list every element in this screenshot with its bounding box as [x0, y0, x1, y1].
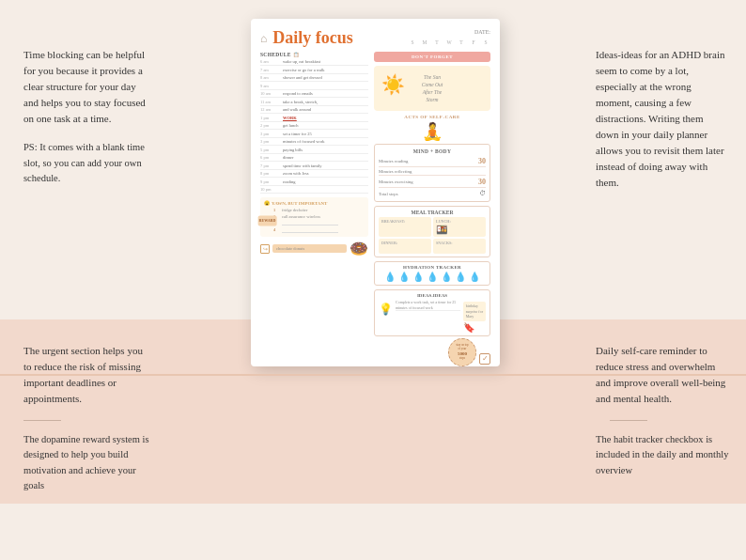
- habit-checkbox[interactable]: ✓: [479, 353, 490, 365]
- steps-label-text: stay on topof your: [456, 344, 468, 351]
- list-item: 2 pmget lunch: [260, 123, 368, 130]
- drop-2: 💧: [398, 272, 410, 282]
- mind-row-exercising: Minutes exercising 30: [379, 178, 486, 188]
- schedule-icon: 📋: [293, 52, 299, 57]
- list-item: 10 pm: [260, 187, 368, 194]
- ideas-title: IDEAS-IDEAS: [379, 293, 486, 298]
- sun-illustration: ☀️ The SunCome OutAfter TheStorm: [374, 66, 490, 111]
- yawn-items: 1fridge declutter 2call assurance wirele…: [273, 208, 365, 234]
- list-item: 1 pmWORK: [260, 116, 368, 122]
- list-item: 2call assurance wireless: [273, 214, 365, 219]
- ideas-task-text: Complete a work task, set a timer for 25…: [396, 300, 460, 311]
- drop-1: 💧: [384, 272, 396, 282]
- day-s2: S: [481, 39, 490, 47]
- meal-title: MEAL TRACKER: [379, 210, 486, 215]
- meditation-icon: 🧘: [422, 121, 443, 142]
- planner-right-col: DON'T FORGET ☀️ The SunCome OutAfter The…: [374, 52, 490, 343]
- hydration-title: HYDRATION TRACKER: [379, 265, 486, 270]
- drop-5: 💧: [441, 272, 452, 282]
- lightbulb-icon: 💡: [379, 303, 393, 316]
- planner-body: SCHEDULE 📋 6 amwake up, eat breakfast 7 …: [260, 52, 490, 343]
- steps-icon: ⏱: [479, 190, 486, 197]
- list-item: 3: [273, 220, 365, 226]
- left-bottom-panel: The urgent section helps you to reduce t…: [0, 319, 169, 504]
- text-divider-right: [610, 420, 647, 421]
- drop-4: 💧: [427, 272, 438, 282]
- list-item: 1fridge declutter: [273, 208, 365, 212]
- meal-grid: BREAKFAST: LUNCH: 🍱 DINNER:: [379, 217, 486, 254]
- planner-center: ⌂ Daily focus DATE: S M T W T F S: [169, 0, 582, 319]
- self-care-label: ACTS OF SELF-CARE: [374, 115, 490, 119]
- planner-document: ⌂ Daily focus DATE: S M T W T F S: [251, 19, 500, 366]
- hydration-drops: 💧 💧 💧 💧 💧 💧 💧: [379, 272, 486, 282]
- steps-row: Total steps ⏱: [379, 190, 486, 197]
- reward-badge: REWARD: [258, 216, 277, 226]
- donut-icon: 🍩: [350, 240, 368, 257]
- schedule-header: SCHEDULE 📋: [260, 52, 368, 57]
- steps-circle-area: stay on topof your 5000 steps ✓: [374, 338, 490, 366]
- reward-arrow: ↪: [260, 244, 270, 254]
- list-item: 9 pmreading: [260, 179, 368, 186]
- self-care-figure: 🧘: [374, 121, 490, 142]
- list-item: 6 pmdinner: [260, 155, 368, 162]
- date-label: DATE:: [474, 29, 490, 35]
- reward-item-text: chocolate donuts: [276, 246, 304, 251]
- meal-lunch: LUNCH: 🍱: [433, 217, 486, 237]
- day-w: W: [444, 39, 454, 47]
- bookmark-icon: 🔖: [463, 322, 486, 333]
- schedule-list: 6 amwake up, eat breakfast 7 amexercise …: [260, 59, 368, 194]
- yawn-title: 😮 YAWN, BUT IMPORTANT: [264, 200, 365, 206]
- list-item: 3 pmset a timer for 25: [260, 132, 368, 138]
- reward-label-box: chocolate donuts: [272, 244, 347, 253]
- list-item: 8 pmzoom with Jess: [260, 171, 368, 178]
- reward-row: REWARD 1fridge declutter 2call assurance…: [264, 208, 365, 234]
- left-bottom-para2: The dopamine reward system is designed t…: [23, 432, 150, 493]
- top-section: Time blocking can be helpful for you bec…: [0, 0, 746, 319]
- day-t: T: [432, 39, 442, 47]
- drop-6: 💧: [455, 272, 466, 282]
- left-top-para1: Time blocking can be helpful for you bec…: [23, 47, 150, 127]
- meal-snacks: SNACKS:: [433, 239, 486, 254]
- date-area: DATE: S M T W T F S: [408, 28, 490, 46]
- right-top-para1: Ideas-ideas for an ADHD brain seem to co…: [596, 47, 727, 191]
- sun-icon: ☀️: [381, 73, 405, 96]
- ideas-box: IDEAS-IDEAS 💡 Complete a work task, set …: [374, 289, 490, 336]
- list-item: 4: [273, 227, 365, 233]
- day-s: S: [408, 39, 417, 47]
- list-item: 12 amand walk around: [260, 107, 368, 114]
- list-item: 10 amrespond to emails: [260, 91, 368, 98]
- date-days-row: S M T W T F S: [408, 39, 490, 47]
- list-item: 11 amtake a break, stretch,: [260, 100, 368, 106]
- planner-header: ⌂ Daily focus DATE: S M T W T F S: [260, 28, 490, 48]
- list-item: 6 amwake up, eat breakfast: [260, 59, 368, 66]
- steps-unit: steps: [459, 356, 465, 360]
- list-item: 3 pmminutes of focused work: [260, 139, 368, 146]
- drop-7: 💧: [469, 272, 480, 282]
- mind-body-title: MIND + BODY: [379, 148, 486, 154]
- ideas-left: 💡: [379, 300, 393, 317]
- list-item: 7 pmspend time with family: [260, 163, 368, 170]
- section-divider: [0, 374, 746, 376]
- left-top-para2: PS: It comes with a blank time slot, so …: [23, 140, 150, 186]
- mind-body-box: MIND + BODY Minutes reading 30 Minutes r…: [374, 144, 490, 202]
- schedule-label: SCHEDULE: [260, 52, 291, 57]
- reward-item-area: ↪ chocolate donuts: [260, 244, 347, 254]
- drop-3: 💧: [412, 272, 424, 282]
- list-item: 9 am: [260, 84, 368, 90]
- ideas-text-area: Complete a work task, set a timer for 25…: [396, 300, 460, 312]
- steps-circle: stay on topof your 5000 steps: [448, 338, 476, 366]
- list-item: 8 amshower and get dressed: [260, 75, 368, 82]
- day-t2: T: [457, 39, 466, 47]
- right-bottom-para2: The habit tracker checkbox is included i…: [596, 432, 732, 478]
- right-bottom-panel: Daily self-care reminder to reduce stres…: [582, 319, 746, 504]
- meal-dinner: DINNER:: [379, 239, 431, 254]
- meal-breakfast: BREAKFAST:: [379, 217, 431, 237]
- text-divider-left: [23, 420, 61, 421]
- left-top-panel: Time blocking can be helpful for you bec…: [0, 0, 169, 319]
- planner-left-col: SCHEDULE 📋 6 amwake up, eat breakfast 7 …: [260, 52, 368, 343]
- dont-forget-banner: DON'T FORGET: [374, 52, 490, 62]
- sun-text: The SunCome OutAfter TheStorm: [422, 73, 443, 104]
- food-icon: 🍱: [436, 225, 447, 235]
- ideas-content: 💡 Complete a work task, set a timer for …: [379, 300, 486, 333]
- birthday-note: birthday surprise for Mary: [463, 302, 486, 321]
